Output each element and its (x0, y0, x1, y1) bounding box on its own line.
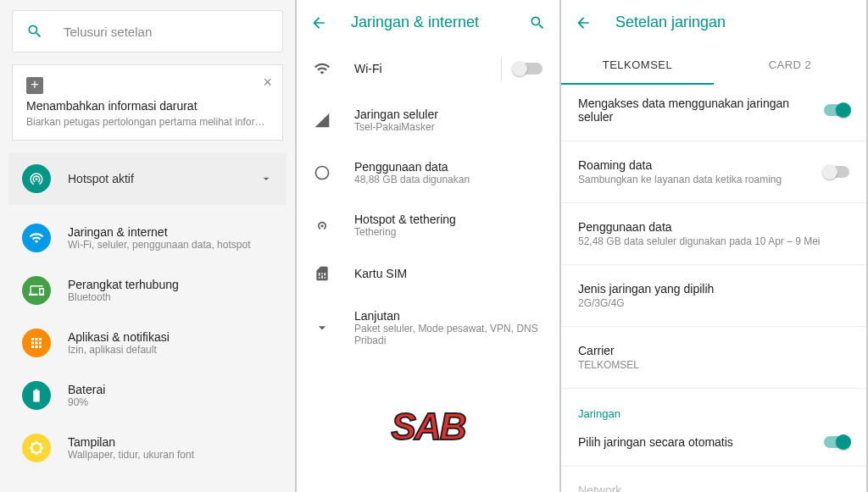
network-title: Network (578, 484, 849, 492)
item-sub: 48,88 GB data digunakan (354, 174, 542, 185)
tab-telkomsel[interactable]: TELKOMSEL (561, 47, 714, 85)
wifi-full-icon (314, 60, 331, 77)
settings-main-panel: Telusuri setelan × + Menambahkan informa… (0, 0, 297, 492)
item-title: Aplikasi & notifikasi (68, 330, 273, 344)
item-title: Hotspot & tethering (354, 213, 542, 226)
back-arrow-icon[interactable] (310, 14, 327, 31)
sim-tabs: TELKOMSEL CARD 2 (561, 47, 866, 85)
watermark: SAB (392, 406, 465, 448)
network-internet-panel: Jaringan & internet Wi-FiJaringan selule… (297, 0, 561, 492)
close-icon[interactable]: × (263, 74, 272, 91)
tab-card2[interactable]: CARD 2 (714, 47, 866, 85)
row-title: Roaming data (578, 158, 824, 172)
row-title: Jenis jaringan yang dipilih (578, 282, 849, 296)
item-sub: Paket seluler, Mode pesawat, VPN, DNS Pr… (354, 323, 542, 346)
auto-select-network-row[interactable]: Pilih jaringan secara otomatis (561, 423, 866, 461)
emergency-info-card[interactable]: × + Menambahkan informasi darurat Biarka… (12, 64, 283, 141)
row-title: Penggunaan data (578, 220, 849, 234)
chev-icon (314, 319, 331, 336)
settings-item-0[interactable]: Jaringan & internetWi-Fi, seluler, pengg… (8, 212, 287, 264)
toggle-1[interactable] (824, 166, 849, 178)
item-sub: Wallpaper, tidur, ukuran font (68, 449, 273, 461)
network-item-2[interactable]: Penggunaan data48,88 GB data digunakan (297, 146, 559, 199)
divider (561, 264, 866, 265)
settings-item-3[interactable]: Baterai90% (8, 369, 287, 422)
battery-icon (22, 381, 51, 410)
hotspot-label: Hotspot aktif (68, 172, 259, 185)
setting-row-4[interactable]: CarrierTELKOMSEL (561, 332, 866, 383)
row-title: Mengakses data menggunakan jaringan selu… (578, 97, 824, 124)
network-row: Network Tsel-PakaiMasker (561, 472, 866, 492)
hotspot-active-row[interactable]: Hotspot aktif (8, 152, 287, 205)
item-title: Baterai (68, 383, 273, 396)
search-icon (26, 23, 43, 40)
display-icon (22, 434, 51, 462)
settings-item-2[interactable]: Aplikasi & notifikasiIzin, aplikasi defa… (8, 317, 287, 369)
row-sub: 2G/3G/4G (578, 297, 849, 309)
item-sub: Wi-Fi, seluler, penggunaan data, hotspot (68, 239, 273, 251)
item-title: Lanjutan (354, 309, 542, 323)
item-title: Kartu SIM (354, 267, 542, 280)
card-subtitle: Biarkan petugas pertolongan pertama meli… (26, 116, 269, 128)
toggle-0[interactable] (824, 104, 849, 116)
item-title: Jaringan & internet (68, 225, 273, 239)
hotspot-icon (314, 217, 331, 234)
search-icon[interactable] (529, 14, 546, 31)
item-title: Jaringan seluler (354, 108, 542, 121)
setting-row-2[interactable]: Penggunaan data52,48 GB data seluler dig… (561, 208, 866, 259)
divider (561, 141, 866, 141)
auto-select-toggle[interactable] (824, 436, 849, 448)
network-item-4[interactable]: Kartu SIM (297, 252, 559, 296)
cell-icon (314, 112, 331, 129)
section-jaringan: Jaringan (561, 394, 866, 423)
plus-icon: + (26, 77, 43, 94)
setting-row-3[interactable]: Jenis jaringan yang dipilih2G/3G/4G (561, 270, 866, 321)
divider (561, 326, 866, 327)
network-settings-panel: Setelan jaringan TELKOMSEL CARD 2 Mengak… (561, 0, 868, 492)
panel3-header: Setelan jaringan (561, 0, 866, 43)
divider (561, 388, 866, 389)
network-item-1[interactable]: Jaringan selulerTsel-PakaiMasker (297, 94, 559, 146)
settings-item-1[interactable]: Perangkat terhubungBluetooth (8, 264, 287, 317)
setting-row-0[interactable]: Mengakses data menggunakan jaringan selu… (561, 85, 866, 135)
row-sub: 52,48 GB data seluler digunakan pada 10 … (578, 235, 849, 247)
divider (561, 466, 866, 467)
network-item-3[interactable]: Hotspot & tetheringTethering (297, 199, 559, 252)
item-sub: 90% (68, 396, 273, 408)
setting-row-1[interactable]: Roaming dataSambungkan ke layanan data k… (561, 146, 866, 197)
item-sub: Tethering (354, 226, 542, 238)
divider (561, 202, 866, 203)
panel2-title: Jaringan & internet (351, 14, 529, 31)
data-icon (314, 164, 331, 181)
devices-icon (22, 276, 51, 305)
item-sub: Izin, aplikasi default (68, 344, 273, 356)
chevron-down-icon (259, 172, 273, 185)
panel2-header: Jaringan & internet (297, 0, 559, 43)
item-sub: Tsel-PakaiMasker (354, 121, 542, 133)
item-title: Wi-Fi (354, 62, 489, 75)
wifi-toggle[interactable] (514, 63, 542, 75)
auto-select-title: Pilih jaringan secara otomatis (578, 435, 824, 449)
panel3-title: Setelan jaringan (615, 14, 853, 31)
row-title: Carrier (578, 344, 849, 357)
network-item-0[interactable]: Wi-Fi (297, 43, 559, 94)
back-arrow-icon[interactable] (575, 14, 592, 31)
sim-icon (314, 265, 331, 282)
network-item-5[interactable]: LanjutanPaket seluler, Mode pesawat, VPN… (297, 296, 559, 360)
settings-item-4[interactable]: TampilanWallpaper, tidur, ukuran font (8, 422, 287, 474)
card-title: Menambahkan informasi darurat (26, 99, 269, 113)
apps-icon (22, 329, 51, 357)
item-title: Tampilan (68, 435, 273, 449)
wifi-icon (22, 224, 51, 252)
search-settings[interactable]: Telusuri setelan (12, 10, 283, 53)
item-sub: Bluetooth (68, 291, 273, 303)
divider (501, 57, 502, 80)
item-title: Penggunaan data (354, 160, 542, 174)
row-sub: TELKOMSEL (578, 359, 849, 371)
hotspot-icon (22, 164, 51, 193)
row-sub: Sambungkan ke layanan data ketika roamin… (578, 174, 824, 185)
item-title: Perangkat terhubung (68, 278, 273, 291)
search-placeholder: Telusuri setelan (64, 25, 152, 39)
